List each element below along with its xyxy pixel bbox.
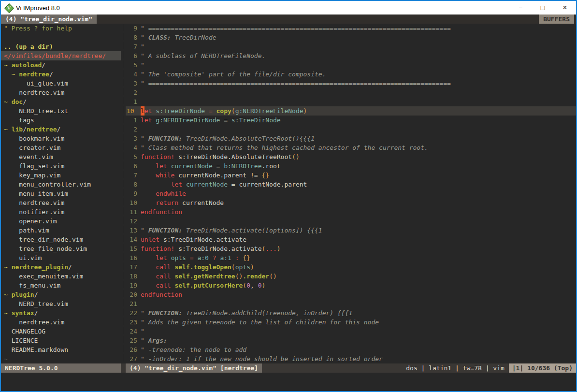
tree-item[interactable]: " Press ? for help (1, 24, 121, 33)
tree-item[interactable]: .. (up a dir) (1, 42, 121, 51)
tree-item[interactable]: tags (1, 116, 121, 125)
code-line[interactable]: 23" Adds the given treenode to the list … (126, 318, 576, 327)
code-line[interactable]: 3" FUNCTION: TreeDirNode.AbsoluteTreeRoo… (126, 134, 576, 143)
tree-item[interactable]: </vimfiles/bundle/nerdtree/ (1, 51, 121, 60)
tree-item[interactable]: menu_controller.vim (1, 180, 121, 189)
code-line[interactable]: 1let g:NERDTreeDirNode = s:TreeDirNode (126, 116, 576, 125)
tree-item[interactable]: LICENCE (1, 336, 121, 345)
tree-item[interactable]: NERD_tree.vim (1, 299, 121, 308)
line-number: 23 (126, 318, 141, 327)
tree-item[interactable]: menu_item.vim (1, 189, 121, 198)
tree-item[interactable]: key_map.vim (1, 171, 121, 180)
tree-item[interactable]: nerdtree.vim (1, 88, 121, 97)
code-line[interactable]: 12 (126, 217, 576, 226)
code-line[interactable]: 8 let currentNode = currentNode.parent (126, 180, 576, 189)
code-line[interactable]: 1 (126, 97, 576, 106)
code-line[interactable]: 2 (126, 125, 576, 134)
code-line[interactable]: 4" The 'composite' part of the file/dir … (126, 70, 576, 79)
token-k: let (156, 253, 167, 262)
code-line[interactable]: 21 (126, 299, 576, 308)
close-button[interactable]: × (554, 1, 576, 15)
code-line[interactable]: 8" CLASS: TreeDirNode (126, 33, 576, 42)
tree-item[interactable]: tree_dir_node.vim (1, 235, 121, 244)
code-line[interactable]: 26" -treenode: the node to add (126, 345, 576, 354)
code-line[interactable]: 11endfunction (126, 207, 576, 217)
code-line[interactable]: 14unlet s:TreeDirNode.activate (126, 235, 576, 244)
token-t (141, 253, 156, 262)
tree-item[interactable]: exec_menuitem.vim (1, 272, 121, 281)
token-k: function! (141, 152, 174, 161)
tree-item[interactable]: bookmark.vim (1, 134, 121, 143)
code-line[interactable]: 13" FUNCTION: TreeDirNode.activate([opti… (126, 226, 576, 235)
code-line[interactable]: 7 while currentNode.parent != {} (126, 171, 576, 180)
tree-item[interactable]: NERD_tree.txt (1, 106, 121, 116)
code-line[interactable]: 16 let opts = a:0 ? a:1 : {} (126, 253, 576, 262)
token-t: currentNode (178, 198, 224, 207)
tree-item[interactable]: ~ nerdtree/ (1, 70, 121, 79)
tab-tree-dir-node[interactable]: (4) "tree_dir_node.vim" (1, 15, 97, 24)
tree-item[interactable]: ~ lib/nerdtree/ (1, 125, 121, 134)
code-line[interactable]: 6" A subclass of NERDTreeFileNode. (126, 51, 576, 60)
tree-item[interactable]: ~ autoload/ (1, 60, 121, 70)
buffers-label[interactable]: BUFFERS (539, 15, 574, 24)
code-line[interactable]: 10 return currentNode (126, 198, 576, 207)
code-line[interactable]: 9 endwhile (126, 189, 576, 198)
tree-item[interactable]: opener.vim (1, 217, 121, 226)
code-line[interactable]: 24" (126, 327, 576, 336)
tree-item[interactable]: tree_file_node.vim (1, 244, 121, 253)
code-line-current[interactable]: 10let s:TreeDirNode = copy(g:NERDTreeFil… (126, 106, 576, 116)
maximize-button[interactable]: □ (532, 1, 554, 15)
tree-item[interactable]: nerdtree.vim (1, 318, 121, 327)
code-line[interactable]: 9" =====================================… (126, 24, 576, 33)
line-number: 4 (126, 70, 141, 79)
tree-item[interactable] (1, 33, 121, 42)
code-line[interactable]: 18 call self.getNerdtree().render() (126, 272, 576, 281)
tree-item[interactable]: event.vim (1, 152, 121, 161)
code-line[interactable]: 2 (126, 88, 576, 97)
tree-item[interactable]: fs_menu.vim (1, 281, 121, 290)
code-line[interactable]: 27" -inOrder: 1 if the new node should b… (126, 354, 576, 363)
editor-panel[interactable]: 9" =====================================… (126, 24, 576, 363)
tree-item[interactable]: ui_glue.vim (1, 79, 121, 88)
tree-item[interactable]: ui.vim (1, 253, 121, 262)
tree-item[interactable]: notifier.vim (1, 207, 121, 217)
window-separator[interactable] (121, 24, 126, 363)
tree-item[interactable]: ~ syntax/ (1, 308, 121, 318)
code-line[interactable]: 19 call self.putCursorHere(0, 0) (126, 281, 576, 290)
token-k: ... (265, 244, 276, 253)
tree-item[interactable]: README.markdown (1, 345, 121, 354)
token-c: " (141, 60, 144, 70)
line-number: 20 (126, 290, 141, 299)
code-line[interactable]: 22" FUNCTION: TreeDirNode.addChild(treen… (126, 308, 576, 318)
token-s: / (34, 309, 38, 317)
code-line[interactable]: 4" Class method that returns the highest… (126, 143, 576, 152)
code-line[interactable]: 17 call self.toggleOpen(opts) (126, 262, 576, 272)
tree-item[interactable]: ~ plugin/ (1, 290, 121, 299)
tree-item[interactable]: creator.vim (1, 143, 121, 152)
token-k: et (144, 106, 152, 116)
token-p: ) (250, 262, 254, 272)
token-cb: FUNCTION: (148, 308, 182, 318)
code-line[interactable]: 5function! s:TreeDirNode.AbsoluteTreeRoo… (126, 152, 576, 161)
code-line[interactable]: 15function! s:TreeDirNode.activate(...) (126, 244, 576, 253)
statusline-filename: (4) "tree_dir_node.vim" [nerdtree] (126, 363, 262, 373)
token-fl: path.vim (4, 227, 49, 234)
token-t (205, 106, 209, 116)
token-fl: tree_file_node.vim (4, 245, 87, 252)
token-k: let (156, 161, 167, 171)
minimize-button[interactable]: − (509, 1, 532, 15)
code-line[interactable]: 25" Args: (126, 336, 576, 345)
tree-item[interactable]: ~ (1, 354, 121, 363)
code-line[interactable]: 20endfunction (126, 290, 576, 299)
tree-item[interactable]: ~ doc/ (1, 97, 121, 106)
tree-item[interactable]: path.vim (1, 226, 121, 235)
tree-item[interactable]: nerdtree.vim (1, 198, 121, 207)
code-line[interactable]: 7" (126, 42, 576, 51)
command-line[interactable] (1, 373, 576, 391)
code-line[interactable]: 3" =====================================… (126, 79, 576, 88)
code-line[interactable]: 6 let currentNode = b:NERDTree.root (126, 161, 576, 171)
tree-item[interactable]: CHANGELOG (1, 327, 121, 336)
tree-item[interactable]: ~ nerdtree_plugin/ (1, 262, 121, 272)
code-line[interactable]: 5" (126, 60, 576, 70)
tree-item[interactable]: flag_set.vim (1, 161, 121, 171)
